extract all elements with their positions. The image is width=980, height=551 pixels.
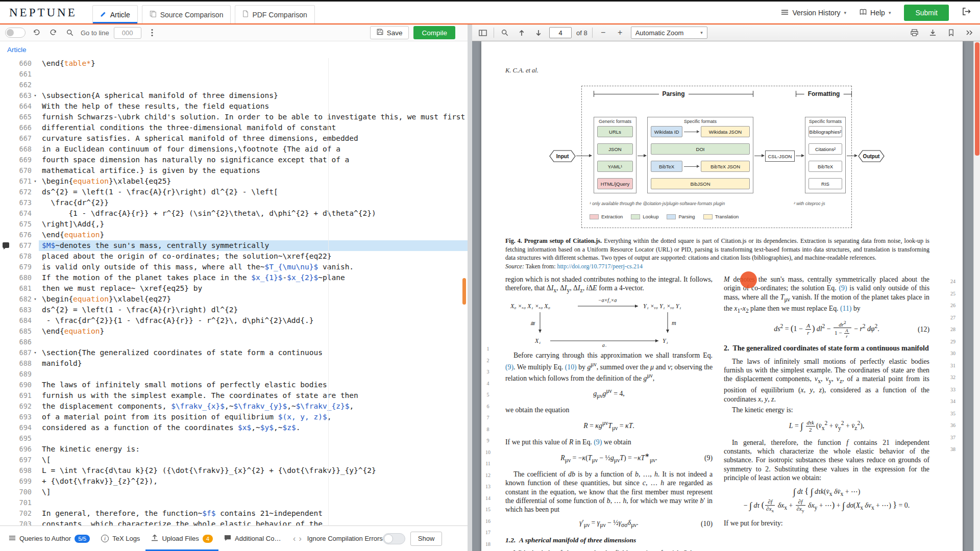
code-line[interactable]: 660\end{table*} bbox=[0, 58, 468, 69]
code-line[interactable]: 689 bbox=[0, 369, 468, 380]
line-number: 698 bbox=[11, 465, 32, 476]
previous-page-icon[interactable] bbox=[516, 27, 528, 39]
print-icon[interactable] bbox=[908, 27, 920, 39]
code-line[interactable]: 692the displacement components, $\frakv_… bbox=[0, 401, 468, 412]
submit-button[interactable]: Submit bbox=[904, 5, 949, 21]
help-menu[interactable]: Help ▾ bbox=[860, 9, 891, 17]
code-line[interactable]: 681then we must replace~ \xref{eq25} by bbox=[0, 283, 468, 294]
more-tools-chevrons-icon[interactable] bbox=[963, 27, 975, 39]
code-line[interactable]: 661 bbox=[0, 69, 468, 80]
fold-icon[interactable]: ▾ bbox=[32, 90, 39, 101]
ignore-errors-toggle[interactable] bbox=[383, 533, 405, 544]
code-line[interactable]: 663▾\subsection{A spherical manifold of … bbox=[0, 90, 468, 101]
code-line[interactable]: 695 bbox=[0, 433, 468, 444]
code-line[interactable]: 697\[ bbox=[0, 455, 468, 465]
tab-article[interactable]: Article bbox=[92, 5, 138, 23]
code-line[interactable]: 700\] bbox=[0, 487, 468, 497]
code-line[interactable]: 671▾\begin{equation}\xlabel{eq25} bbox=[0, 176, 468, 187]
code-line[interactable]: 666differential conditions the three-dim… bbox=[0, 122, 468, 133]
redo-icon[interactable] bbox=[47, 27, 59, 39]
queries-to-author-tab[interactable]: Queries to Author 5/5 bbox=[3, 526, 95, 551]
next-page-icon[interactable] bbox=[532, 27, 545, 39]
upload-files-tab[interactable]: Upload Files 4 bbox=[145, 526, 218, 551]
fold-icon[interactable]: ▾ bbox=[32, 176, 39, 187]
compile-button[interactable]: Compile bbox=[413, 26, 455, 39]
zoom-select[interactable]: Automatic Zoom ▾ bbox=[631, 27, 707, 39]
gutter: 676 bbox=[0, 230, 39, 240]
code-line[interactable]: 690The laws of infinitely small motions … bbox=[0, 380, 468, 390]
pdf-right-column: M denotes the sun's mass, centrally symm… bbox=[724, 275, 929, 530]
code-line[interactable]: 694considered as a function of the coord… bbox=[0, 422, 468, 433]
fold-icon[interactable]: ▾ bbox=[32, 294, 39, 305]
search-icon[interactable] bbox=[64, 27, 76, 39]
zoom-value: Automatic Zoom bbox=[635, 29, 684, 37]
code-line[interactable]: 686 bbox=[0, 337, 468, 347]
scroll-tabs-right-icon[interactable]: › bbox=[297, 534, 303, 543]
code-line[interactable]: 677$M$~denotes the sun's mass, centrally… bbox=[0, 240, 468, 251]
figure-node-bibtex: BibTeX bbox=[808, 161, 842, 172]
panel-divider[interactable] bbox=[468, 24, 472, 551]
code-line[interactable]: 691furnish us with the simplest example.… bbox=[0, 390, 468, 401]
code-line[interactable]: 679is valid only outside of this mass, w… bbox=[0, 262, 468, 272]
editor-scrollbar-thumb[interactable] bbox=[462, 278, 466, 305]
pdf-scrollbar-thumb[interactable] bbox=[975, 42, 979, 156]
pdf-scrollbar[interactable] bbox=[973, 41, 980, 551]
tab-source-comparison-label: Source Comparison bbox=[160, 11, 224, 19]
zoom-out-icon[interactable]: − bbox=[597, 27, 609, 39]
code-line[interactable]: 688manifold} bbox=[0, 358, 468, 369]
code-line[interactable]: 672ds^{2} = \left(1 - \frac{A}{r}\right)… bbox=[0, 187, 468, 197]
version-history-menu[interactable]: Version History ▾ bbox=[781, 9, 846, 17]
undo-icon[interactable] bbox=[30, 27, 42, 39]
code-line[interactable]: 668in a Euclidean continuum of four dime… bbox=[0, 144, 468, 155]
code-line[interactable]: 703constants, which characterize the who… bbox=[0, 519, 468, 525]
code-line[interactable]: 684 - \frac{dr^{2}}{1 - \dfrac{A}{r}} - … bbox=[0, 315, 468, 326]
code-editor[interactable]: 660\end{table*}661662663▾\subsection{A s… bbox=[0, 58, 468, 525]
code-line[interactable]: 685\end{equation} bbox=[0, 326, 468, 337]
code-line[interactable]: 701 bbox=[0, 497, 468, 508]
annotation-marker[interactable] bbox=[740, 271, 757, 288]
code-line[interactable]: 698L = \int \frac{d\tau k}{2} ({\dot{\fr… bbox=[0, 465, 468, 476]
scroll-tabs-left-icon[interactable]: ‹ bbox=[291, 534, 297, 543]
code-line[interactable]: 676\end{equation} bbox=[0, 230, 468, 240]
code-line[interactable]: 662 bbox=[0, 80, 468, 90]
bookmark-icon[interactable] bbox=[945, 27, 957, 39]
sidebar-toggle-icon[interactable] bbox=[477, 27, 489, 39]
go-to-line-input[interactable] bbox=[114, 27, 141, 39]
fold-icon[interactable]: ▾ bbox=[32, 347, 39, 358]
code-line[interactable]: 702In general, therefore, the function~$… bbox=[0, 508, 468, 519]
pdf-document-icon bbox=[242, 10, 249, 19]
code-line[interactable]: 670mathematical artifice.} is given by t… bbox=[0, 165, 468, 176]
code-line[interactable]: 693of a material point from its position… bbox=[0, 412, 468, 422]
download-icon[interactable] bbox=[926, 27, 939, 39]
code-line[interactable]: 687▾\section{The generalized coordinates… bbox=[0, 347, 468, 358]
zoom-in-icon[interactable]: + bbox=[614, 27, 626, 39]
code-line[interactable]: 664With the help of these results, the f… bbox=[0, 101, 468, 112]
editor-toggle[interactable] bbox=[5, 28, 26, 38]
tab-source-comparison[interactable]: Source Comparison bbox=[142, 5, 231, 23]
caption-doi-link[interactable]: http://doi.org/10.7717/peerj-cs.214 bbox=[557, 263, 642, 270]
code-line[interactable]: 678placed about the origin of co-ordinat… bbox=[0, 251, 468, 262]
tab-pdf-comparison[interactable]: PDF Comparison bbox=[235, 5, 314, 23]
code-line[interactable]: 699+ {\dot{\frakv}}_{z}^{2}), bbox=[0, 476, 468, 487]
code-line[interactable]: 696The kinetic energy is: bbox=[0, 444, 468, 455]
flow-arrow bbox=[754, 156, 764, 156]
code-line[interactable]: 675\right]\Add{,} bbox=[0, 219, 468, 230]
logout-icon[interactable] bbox=[962, 8, 971, 17]
pdf-viewer[interactable]: K. C.A. et al. Parsing Formatting Input … bbox=[472, 41, 973, 551]
code-line[interactable]: 665furnish Schwarzs-\ubrk child's soluti… bbox=[0, 112, 468, 122]
show-button[interactable]: Show bbox=[410, 532, 443, 546]
code-line[interactable]: 683ds^{2} = \left(1 - \frac{A}{r}\right)… bbox=[0, 305, 468, 315]
page-number-input[interactable] bbox=[549, 27, 572, 38]
additional-comments-tab[interactable]: Additional Comments bbox=[218, 526, 291, 551]
more-options-icon[interactable] bbox=[146, 27, 158, 39]
code-line[interactable]: 667curvature satisfies. A spherical mani… bbox=[0, 133, 468, 144]
save-button[interactable]: Save bbox=[370, 26, 409, 39]
code-line[interactable]: 669fourth space dimension has naturally … bbox=[0, 155, 468, 165]
code-line[interactable]: 680If the motion of the planet takes pla… bbox=[0, 272, 468, 283]
tex-logs-tab[interactable]: i TeX Logs bbox=[95, 526, 145, 551]
code-line[interactable]: 674 {1 - \dfrac{A}{r}} + r^{2} (\sin^{2}… bbox=[0, 208, 468, 219]
code-line[interactable]: 673 \frac{dr^{2}} bbox=[0, 197, 468, 208]
find-icon[interactable] bbox=[499, 27, 511, 39]
code-line[interactable]: 682▾\begin{equation}\xlabel{eq27} bbox=[0, 294, 468, 305]
comment-icon[interactable] bbox=[3, 242, 9, 248]
